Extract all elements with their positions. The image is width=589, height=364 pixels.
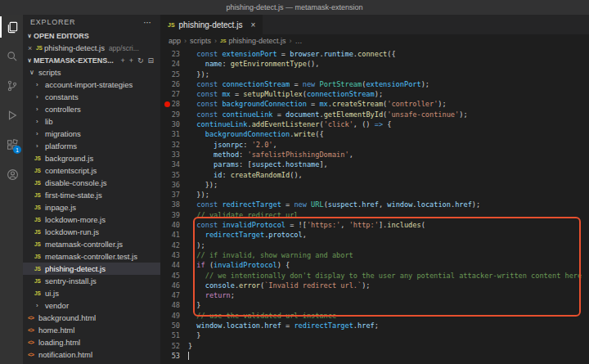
tree-item-scripts[interactable]: ∨scripts bbox=[23, 66, 160, 79]
code-line[interactable]: 35 id: createRandomId(), bbox=[160, 170, 589, 180]
line-number[interactable]: 44 bbox=[160, 260, 188, 270]
code-line[interactable]: 29 const continueLink = document.getElem… bbox=[160, 110, 589, 119]
code-line[interactable]: 31 backgroundConnection.write({ bbox=[160, 129, 589, 139]
code-line[interactable]: 26 const connectionStream = new PortStre… bbox=[160, 79, 589, 89]
close-icon[interactable]: × bbox=[28, 44, 36, 52]
collapse-all-icon[interactable]: ⊟ bbox=[147, 56, 154, 65]
line-number[interactable]: 51 bbox=[160, 330, 188, 340]
line-number[interactable]: 50 bbox=[160, 321, 188, 330]
breadcrumb-item[interactable]: JSphishing-detect.js bbox=[220, 37, 286, 45]
line-number[interactable]: 34 bbox=[160, 160, 188, 169]
line-number[interactable]: 46 bbox=[160, 281, 188, 290]
tree-item-background.js[interactable]: JSbackground.js bbox=[23, 152, 160, 164]
code-line[interactable]: 28 const backgroundConnection = mx.creat… bbox=[160, 99, 589, 109]
tree-item-phishing-detect.js[interactable]: JSphishing-detect.js bbox=[23, 263, 160, 275]
tree-item-first-time-state.js[interactable]: JSfirst-time-state.js bbox=[23, 189, 160, 201]
tree-item-disable-console.js[interactable]: JSdisable-console.js bbox=[23, 177, 160, 189]
tree-item-lockdown-more.js[interactable]: JSlockdown-more.js bbox=[23, 213, 160, 226]
code-line[interactable]: 47 return; bbox=[160, 290, 589, 300]
tree-item-home.html[interactable]: <>home.html bbox=[23, 324, 160, 336]
open-editors-header[interactable]: ∨ OPEN EDITORS bbox=[23, 29, 160, 42]
code-line[interactable]: 30 continueLink.addEventListener('click'… bbox=[160, 119, 589, 129]
line-number[interactable]: 32 bbox=[160, 140, 188, 150]
line-number[interactable]: 45 bbox=[160, 271, 188, 281]
line-number[interactable]: 28 bbox=[160, 99, 188, 109]
tree-item-metamask-controller.test.js[interactable]: JSmetamask-controller.test.js bbox=[23, 250, 160, 263]
line-number[interactable]: 41 bbox=[160, 230, 188, 240]
code-line[interactable]: 24 name: getEnvironmentType(), bbox=[160, 59, 589, 69]
line-number[interactable]: 24 bbox=[160, 59, 188, 69]
code-line[interactable]: 41 redirectTarget.protocol, bbox=[160, 230, 589, 240]
line-number[interactable]: 48 bbox=[160, 300, 188, 310]
tree-item-ui.js[interactable]: JSui.js bbox=[23, 287, 160, 299]
line-number[interactable]: 29 bbox=[160, 110, 188, 119]
tree-item-background.html[interactable]: <>background.html bbox=[23, 312, 160, 324]
breakpoint-dot[interactable] bbox=[164, 101, 170, 107]
tree-item-sentry-install.js[interactable]: JSsentry-install.js bbox=[23, 275, 160, 287]
line-number[interactable]: 36 bbox=[160, 180, 188, 190]
tree-item-platforms[interactable]: ›platforms bbox=[23, 140, 160, 152]
code-line[interactable]: 43 // if invalid, show warning and abort bbox=[160, 250, 589, 260]
tree-item-lockdown-run.js[interactable]: JSlockdown-run.js bbox=[23, 226, 160, 238]
code-line[interactable]: 53 bbox=[160, 351, 589, 361]
code-line[interactable]: 42 ); bbox=[160, 240, 589, 250]
code-line[interactable]: 34 params: [suspect.hostname], bbox=[160, 160, 589, 169]
line-number[interactable]: 31 bbox=[160, 129, 188, 139]
line-number[interactable]: 23 bbox=[160, 49, 188, 59]
line-number[interactable]: 33 bbox=[160, 150, 188, 160]
line-number[interactable]: 35 bbox=[160, 170, 188, 180]
open-editor-item[interactable]: × JS phishing-detect.js app/scri... bbox=[23, 42, 160, 54]
breadcrumb-item[interactable]: … bbox=[294, 37, 302, 45]
tree-item-lib[interactable]: ›lib bbox=[23, 115, 160, 128]
code-line[interactable]: 51 } bbox=[160, 330, 589, 340]
code-line[interactable]: 46 console.error(`Invalid redirect url.`… bbox=[160, 281, 589, 290]
tree-item-loading.html[interactable]: <>loading.html bbox=[23, 336, 160, 348]
tree-item-inpage.js[interactable]: JSinpage.js bbox=[23, 201, 160, 213]
code-line[interactable]: 25 }); bbox=[160, 70, 589, 79]
code-line[interactable]: 52} bbox=[160, 341, 589, 351]
breadcrumb-item[interactable]: scripts bbox=[190, 37, 211, 45]
code-line[interactable]: 49 // use the validated url instance bbox=[160, 311, 589, 321]
refresh-icon[interactable]: ↻ bbox=[137, 56, 144, 65]
activity-search[interactable] bbox=[0, 46, 23, 67]
line-number[interactable]: 53 bbox=[160, 351, 188, 361]
code-line[interactable]: 36 }); bbox=[160, 180, 589, 190]
activity-source-control[interactable] bbox=[0, 75, 23, 97]
workspace-header[interactable]: ∨ METAMASK-EXTENS... + + ↻ ⊟ bbox=[23, 54, 160, 66]
line-number[interactable]: 26 bbox=[160, 79, 188, 89]
code-line[interactable]: 33 method: 'safelistPhishingDomain', bbox=[160, 150, 589, 160]
line-number[interactable]: 49 bbox=[160, 311, 188, 321]
line-number[interactable]: 37 bbox=[160, 190, 188, 200]
code-line[interactable]: 40 const invalidProtocol = !['https:', '… bbox=[160, 220, 589, 230]
line-number[interactable]: 25 bbox=[160, 70, 188, 79]
tree-item-vendor[interactable]: ›vendor bbox=[23, 299, 160, 312]
line-number[interactable]: 38 bbox=[160, 200, 188, 209]
tree-item-contentscript.js[interactable]: JScontentscript.js bbox=[23, 164, 160, 177]
new-folder-icon[interactable]: + bbox=[129, 56, 133, 65]
more-actions-icon[interactable]: ⋯ bbox=[143, 18, 152, 27]
code-line[interactable]: 45 // we intentionally don't display to … bbox=[160, 271, 589, 281]
line-number[interactable]: 40 bbox=[160, 220, 188, 230]
code-line[interactable]: 48 } bbox=[160, 300, 589, 310]
tree-item-migrations[interactable]: ›migrations bbox=[23, 128, 160, 140]
code-line[interactable]: 23 const extensionPort = browser.runtime… bbox=[160, 49, 589, 59]
new-file-icon[interactable]: + bbox=[120, 56, 124, 65]
code-line[interactable]: 32 jsonrpc: '2.0', bbox=[160, 140, 589, 150]
tab-close-icon[interactable]: × bbox=[250, 20, 255, 29]
code-line[interactable]: 44 if (invalidProtocol) { bbox=[160, 260, 589, 270]
breadcrumb-item[interactable]: app bbox=[169, 37, 181, 45]
code-line[interactable]: 37 }); bbox=[160, 190, 589, 200]
code-line[interactable]: 38 const redirectTarget = new URL(suspec… bbox=[160, 200, 589, 209]
code-line[interactable]: 50 window.location.href = redirectTarget… bbox=[160, 321, 589, 330]
line-number[interactable]: 43 bbox=[160, 250, 188, 260]
line-number[interactable]: 27 bbox=[160, 89, 188, 99]
code-editor[interactable]: 23 const extensionPort = browser.runtime… bbox=[160, 47, 589, 364]
line-number[interactable]: 47 bbox=[160, 290, 188, 300]
tree-item-constants[interactable]: ›constants bbox=[23, 91, 160, 103]
tree-item-notification.html[interactable]: <>notification.html bbox=[23, 348, 160, 361]
activity-extensions[interactable]: 1 bbox=[0, 134, 23, 155]
tree-item-metamask-controller.js[interactable]: JSmetamask-controller.js bbox=[23, 238, 160, 250]
code-line[interactable]: 39 // validate redirect url bbox=[160, 210, 589, 220]
activity-run-debug[interactable] bbox=[0, 105, 23, 126]
tree-item-account-import-strategies[interactable]: ›account-import-strategies bbox=[23, 79, 160, 91]
